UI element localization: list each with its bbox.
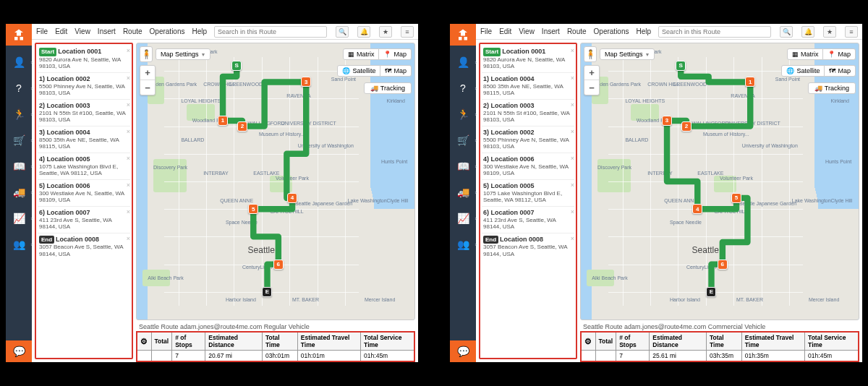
search-input[interactable] — [214, 26, 327, 38]
map-pin[interactable]: 2 — [237, 121, 247, 132]
matrix-view-button[interactable]: ▦ Matrix — [343, 48, 380, 60]
stop-item[interactable]: 2) Location 00032101 N 55th St #100, Sea… — [482, 100, 574, 126]
stop-item[interactable]: 3) Location 00025500 Phinney Ave N, Seat… — [482, 126, 574, 153]
menu-item[interactable]: Insert — [98, 27, 116, 35]
map-settings-button[interactable]: Map Settings▼ — [600, 48, 655, 60]
stop-item[interactable]: 5) Location 0006300 Westlake Ave N, Seat… — [38, 180, 130, 207]
remove-stop-icon[interactable]: × — [127, 101, 130, 109]
stop-item[interactable]: 4) Location 0006300 Westlake Ave N, Seat… — [482, 153, 574, 180]
stop-item[interactable]: 1) Location 00048500 35th Ave NE, Seattl… — [482, 73, 574, 100]
remove-stop-icon[interactable]: × — [571, 101, 574, 109]
remove-stop-icon[interactable]: × — [571, 181, 574, 189]
streetview-icon[interactable]: 🧍 — [140, 46, 153, 62]
stop-item[interactable]: 1) Location 00025500 Phinney Ave N, Seat… — [38, 73, 130, 100]
remove-stop-icon[interactable]: × — [571, 74, 574, 82]
remove-stop-icon[interactable]: × — [127, 128, 130, 136]
map-pin[interactable]: 1 — [745, 77, 755, 87]
remove-stop-icon[interactable]: × — [127, 208, 130, 216]
menu-icon[interactable]: ≡ — [401, 26, 414, 38]
remove-stop-icon[interactable]: × — [571, 47, 574, 55]
zoom-in-button[interactable]: + — [584, 66, 599, 80]
streetview-icon[interactable]: 🧍 — [584, 46, 597, 62]
remove-stop-icon[interactable]: × — [571, 208, 574, 216]
menu-item[interactable]: Edit — [55, 27, 67, 35]
menu-item[interactable]: View — [519, 27, 535, 35]
rail-users-icon[interactable]: 👤 — [455, 54, 471, 70]
search-button[interactable]: 🔍 — [780, 26, 793, 38]
stop-item[interactable]: 6) Location 0007411 23rd Ave S, Seattle,… — [38, 207, 130, 233]
search-input[interactable] — [658, 26, 771, 38]
rail-team-icon[interactable]: 👥 — [11, 236, 27, 252]
rail-address-book-icon[interactable]: 📖 — [11, 158, 27, 174]
search-button[interactable]: 🔍 — [336, 26, 349, 38]
menu-item[interactable]: File — [36, 27, 48, 35]
matrix-view-button[interactable]: ▦ Matrix — [787, 48, 824, 60]
stop-item[interactable]: 6) Location 0007411 23rd Ave S, Seattle,… — [482, 207, 574, 233]
map-pin[interactable]: 1 — [218, 116, 228, 126]
map-button[interactable]: 🗺 Map — [825, 65, 856, 77]
remove-stop-icon[interactable]: × — [127, 181, 130, 189]
star-icon[interactable]: ★ — [823, 26, 836, 38]
chat-button[interactable]: 💬 — [450, 340, 476, 362]
stop-item[interactable]: 2) Location 00032101 N 55th St #100, Sea… — [38, 100, 130, 126]
zoom-out-button[interactable]: − — [140, 80, 155, 95]
chat-button[interactable]: 💬 — [6, 340, 32, 362]
map-pin[interactable]: 5 — [248, 204, 258, 214]
rail-team-icon[interactable]: 👥 — [455, 236, 471, 252]
rail-orders-icon[interactable]: 🛒 — [455, 132, 471, 148]
menu-item[interactable]: Route — [123, 27, 142, 35]
map-pin[interactable]: 6 — [718, 260, 728, 270]
tracking-button[interactable]: 🚚 Tracking — [808, 82, 856, 94]
map-view-button[interactable]: 📍 Map — [823, 48, 856, 60]
rail-help-icon[interactable]: ? — [455, 80, 471, 96]
map-pin[interactable]: 5 — [731, 193, 741, 203]
app-logo[interactable] — [6, 24, 32, 46]
map-settings-button[interactable]: Map Settings▼ — [156, 48, 210, 60]
map-pin[interactable]: 6 — [273, 260, 284, 270]
rail-vehicles-icon[interactable]: 🚚 — [455, 184, 471, 200]
map-pin[interactable]: 3 — [301, 77, 311, 87]
map-pin[interactable]: E — [262, 287, 272, 297]
rail-routes-icon[interactable]: 🏃 — [11, 106, 27, 122]
map-button[interactable]: 🗺 Map — [380, 65, 412, 77]
rail-orders-icon[interactable]: 🛒 — [11, 132, 27, 148]
satellite-button[interactable]: 🌐 Satellite — [337, 65, 380, 77]
rail-vehicles-icon[interactable]: 🚚 — [11, 184, 27, 200]
menu-item[interactable]: File — [480, 27, 492, 35]
menu-item[interactable]: View — [75, 27, 90, 35]
app-logo[interactable] — [450, 24, 476, 46]
menu-item[interactable]: Help — [192, 27, 207, 35]
bell-icon[interactable]: 🔔 — [801, 26, 814, 38]
rail-routes-icon[interactable]: 🏃 — [455, 106, 471, 122]
menu-item[interactable]: Help — [636, 27, 651, 35]
remove-stop-icon[interactable]: × — [571, 155, 574, 163]
map-pin[interactable]: 3 — [662, 116, 672, 126]
map-pin[interactable]: 4 — [287, 193, 297, 203]
bell-icon[interactable]: 🔔 — [357, 26, 370, 38]
remove-stop-icon[interactable]: × — [127, 74, 130, 82]
remove-stop-icon[interactable]: × — [571, 128, 574, 136]
stop-item[interactable]: EndLocation 00083057 Beacon Ave S, Seatt… — [482, 233, 574, 260]
map-pin[interactable]: 4 — [692, 204, 702, 214]
rail-analytics-icon[interactable]: 📈 — [455, 210, 471, 226]
gear-icon[interactable]: ⚙ — [137, 332, 151, 351]
remove-stop-icon[interactable]: × — [127, 235, 130, 243]
map-pin[interactable]: 2 — [681, 121, 692, 132]
remove-stop-icon[interactable]: × — [127, 47, 130, 55]
zoom-in-button[interactable]: + — [140, 66, 155, 80]
map-view-button[interactable]: 📍 Map — [379, 48, 412, 60]
zoom-out-button[interactable]: − — [584, 80, 599, 95]
map-canvas[interactable]: Carkeek ParkGolden Gardens ParkCROWN HIL… — [136, 43, 415, 320]
menu-item[interactable]: Operations — [594, 27, 629, 35]
menu-item[interactable]: Edit — [499, 27, 511, 35]
rail-address-book-icon[interactable]: 📖 — [455, 158, 471, 174]
rail-analytics-icon[interactable]: 📈 — [11, 210, 27, 226]
satellite-button[interactable]: 🌐 Satellite — [781, 65, 825, 77]
stop-item[interactable]: StartLocation 00019820 Aurora Ave N, Sea… — [482, 46, 574, 73]
tracking-button[interactable]: 🚚 Tracking — [364, 82, 412, 94]
menu-item[interactable]: Route — [567, 27, 587, 35]
menu-icon[interactable]: ≡ — [845, 26, 858, 38]
stop-item[interactable]: EndLocation 00083057 Beacon Ave S, Seatt… — [38, 233, 130, 260]
stop-item[interactable]: 3) Location 00048500 35th Ave NE, Seattl… — [38, 126, 130, 153]
menu-item[interactable]: Operations — [150, 27, 185, 35]
